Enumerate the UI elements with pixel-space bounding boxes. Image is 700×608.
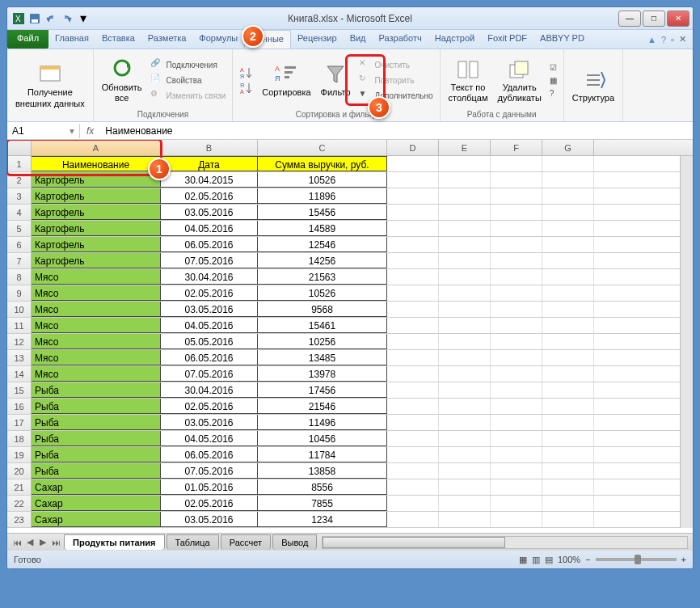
cell[interactable]: 03.05.2016 xyxy=(161,415,258,430)
cell[interactable] xyxy=(491,366,542,382)
cell[interactable]: 14589 xyxy=(258,221,387,236)
col-header-G[interactable]: G xyxy=(542,140,594,155)
row-header[interactable]: 15 xyxy=(7,382,32,398)
row-header[interactable]: 19 xyxy=(7,447,32,462)
cell[interactable] xyxy=(491,156,542,171)
row-header[interactable]: 21 xyxy=(7,479,32,495)
cell[interactable]: Сахар xyxy=(32,479,161,495)
cell[interactable] xyxy=(542,237,594,252)
cell[interactable] xyxy=(542,156,594,171)
cell[interactable] xyxy=(439,350,491,365)
cell[interactable] xyxy=(542,172,594,188)
row-header[interactable]: 13 xyxy=(7,350,32,365)
cell[interactable] xyxy=(491,269,542,285)
tab-formulas[interactable]: Формулы xyxy=(192,30,244,49)
view-layout-icon[interactable]: ▥ xyxy=(532,555,540,565)
row-header[interactable]: 16 xyxy=(7,399,32,414)
cell[interactable] xyxy=(387,285,439,301)
sheet-nav-last[interactable]: ⏭ xyxy=(49,536,62,549)
cell[interactable] xyxy=(491,318,542,333)
redo-icon[interactable] xyxy=(61,12,74,25)
sort-button[interactable]: АЯ Сортировка xyxy=(259,60,314,99)
cell[interactable]: 15461 xyxy=(258,318,387,333)
cell[interactable]: Мясо xyxy=(32,269,161,285)
cell[interactable] xyxy=(387,366,439,382)
row-header[interactable]: 23 xyxy=(7,512,32,527)
excel-icon[interactable]: X xyxy=(12,12,25,25)
cell[interactable]: Мясо xyxy=(32,318,161,333)
view-normal-icon[interactable]: ▦ xyxy=(519,555,527,565)
cell[interactable]: 06.05.2016 xyxy=(161,350,258,365)
cell[interactable] xyxy=(439,253,491,268)
cell[interactable]: 06.05.2016 xyxy=(161,447,258,462)
cell[interactable]: Дата xyxy=(161,156,258,171)
cell[interactable]: 15456 xyxy=(258,205,387,220)
cell[interactable]: 11784 xyxy=(258,447,387,462)
cell[interactable]: Мясо xyxy=(32,350,161,365)
row-header[interactable]: 5 xyxy=(7,221,32,236)
cell[interactable]: 10526 xyxy=(258,172,387,188)
cell[interactable] xyxy=(387,302,439,317)
cell[interactable] xyxy=(491,431,542,446)
row-header[interactable]: 11 xyxy=(7,318,32,333)
cell[interactable] xyxy=(491,382,542,398)
cell[interactable] xyxy=(542,382,594,398)
col-header-F[interactable]: F xyxy=(491,140,542,155)
tab-abbyy[interactable]: ABBYY PD xyxy=(533,30,591,49)
cell[interactable] xyxy=(491,463,542,479)
row-header[interactable]: 20 xyxy=(7,463,32,479)
sheet-tab-3[interactable]: Вывод xyxy=(272,534,317,550)
fx-icon[interactable]: fx xyxy=(80,125,100,137)
refresh-all-button[interactable]: Обновить все xyxy=(99,55,145,105)
undo-icon[interactable] xyxy=(44,12,57,25)
cell[interactable]: 10256 xyxy=(258,334,387,349)
row-header[interactable]: 18 xyxy=(7,431,32,446)
row-header[interactable]: 2 xyxy=(7,172,32,188)
text-to-columns-button[interactable]: Текст по столбцам xyxy=(445,55,491,105)
cell[interactable] xyxy=(491,479,542,495)
advanced-filter-button[interactable]: ▼Дополнительно xyxy=(357,88,435,103)
zoom-out-button[interactable]: − xyxy=(585,555,590,564)
cell[interactable] xyxy=(387,237,439,252)
cell[interactable] xyxy=(542,302,594,317)
cell[interactable]: 8556 xyxy=(258,479,387,495)
cell[interactable]: 06.05.2016 xyxy=(161,237,258,252)
cell[interactable]: 13978 xyxy=(258,366,387,382)
cell[interactable]: 07.05.2016 xyxy=(161,463,258,479)
cell[interactable] xyxy=(491,205,542,220)
cell[interactable]: 03.05.2016 xyxy=(161,205,258,220)
cell[interactable]: 7855 xyxy=(258,496,387,511)
cell[interactable] xyxy=(439,382,491,398)
cell[interactable]: Рыба xyxy=(32,382,161,398)
cell[interactable]: Сахар xyxy=(32,496,161,511)
cell[interactable] xyxy=(439,205,491,220)
cell[interactable]: Наименование xyxy=(32,156,161,171)
cell[interactable] xyxy=(491,188,542,204)
cell[interactable] xyxy=(387,382,439,398)
cell[interactable] xyxy=(491,237,542,252)
cell[interactable] xyxy=(387,205,439,220)
connections-button[interactable]: 🔗Подключения xyxy=(149,57,228,72)
cell[interactable]: Мясо xyxy=(32,302,161,317)
cell[interactable]: 14256 xyxy=(258,253,387,268)
remove-duplicates-button[interactable]: Удалить дубликаты xyxy=(495,55,545,105)
cell[interactable] xyxy=(491,302,542,317)
cell[interactable] xyxy=(439,415,491,430)
close-button[interactable]: ✕ xyxy=(667,11,689,27)
qat-dropdown-icon[interactable]: ▾ xyxy=(77,12,90,25)
window-restore-icon[interactable]: ▫ xyxy=(671,35,674,44)
cell[interactable]: 04.05.2016 xyxy=(161,318,258,333)
cell[interactable]: 02.05.2016 xyxy=(161,188,258,204)
cell[interactable] xyxy=(491,172,542,188)
sheet-tab-1[interactable]: Таблица xyxy=(167,534,219,550)
cell[interactable] xyxy=(542,399,594,414)
tab-review[interactable]: Рецензир xyxy=(291,30,344,49)
doc-close-icon[interactable]: ✕ xyxy=(679,34,686,44)
cell[interactable] xyxy=(439,302,491,317)
cell[interactable] xyxy=(542,447,594,462)
minimize-ribbon-icon[interactable]: ▲ xyxy=(647,35,656,44)
cell[interactable] xyxy=(387,334,439,349)
tab-developer[interactable]: Разработч xyxy=(373,30,428,49)
cell[interactable]: 1234 xyxy=(258,512,387,527)
cell[interactable] xyxy=(491,447,542,462)
